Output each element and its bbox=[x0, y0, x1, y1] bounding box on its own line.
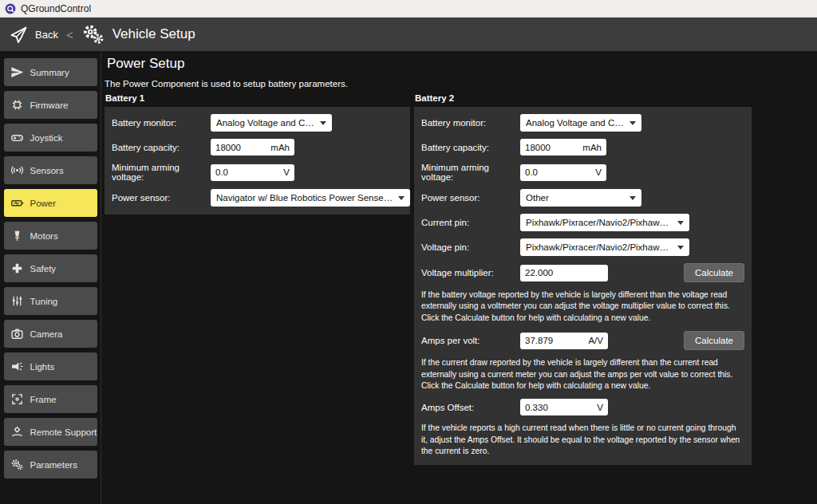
battery-monitor-label: Battery monitor: bbox=[112, 118, 211, 128]
min-arming-voltage-label: Minimum arming voltage: bbox=[112, 163, 211, 182]
amps-per-volt-calculate-button[interactable]: Calculate bbox=[684, 331, 744, 350]
voltage-multiplier-field bbox=[520, 265, 608, 282]
amps-per-volt-label: Amps per volt: bbox=[421, 336, 520, 345]
sidebar-item-label: Lights bbox=[30, 362, 55, 372]
voltage-pin-label: Voltage pin: bbox=[421, 242, 520, 252]
battery2-min-arming-row: Minimum arming voltage: V bbox=[421, 163, 744, 182]
frame-icon bbox=[10, 392, 24, 406]
battery1-min-arming-input[interactable] bbox=[215, 167, 283, 177]
sidebar-item-label: Sensors bbox=[30, 166, 64, 175]
battery-icon bbox=[10, 196, 24, 210]
sidebar-item-power[interactable]: Power bbox=[4, 189, 97, 217]
amps-offset-input[interactable] bbox=[525, 403, 597, 412]
battery1-monitor-dropdown[interactable]: Analog Voltage and Current bbox=[211, 114, 332, 132]
battery2-capacity-field: mAh bbox=[520, 139, 606, 156]
battery2-current-pin-dropdown[interactable]: Pixhawk/Pixracer/Navio2/Pixhawk2_PM1 bbox=[520, 214, 689, 231]
battery2-capacity-row: Battery capacity: mAh bbox=[421, 139, 744, 156]
battery1-min-arming-field: V bbox=[211, 164, 294, 181]
paper-plane-icon bbox=[8, 24, 30, 45]
battery1-panel: Battery monitor: Analog Voltage and Curr… bbox=[105, 107, 410, 215]
toolbar: Back < Vehicle Setup bbox=[0, 18, 817, 51]
breadcrumb-separator: < bbox=[66, 28, 73, 41]
battery2-power-sensor-dropdown[interactable]: Other bbox=[520, 189, 641, 207]
back-button[interactable]: Back bbox=[35, 29, 58, 41]
sidebar-item-label: Parameters bbox=[30, 460, 77, 470]
power-sensor-value: Navigator w/ Blue Robotics Power Sense M… bbox=[216, 193, 393, 203]
sidebar-item-label: Remote Support bbox=[30, 427, 97, 437]
sliders-icon bbox=[10, 294, 24, 308]
signal-icon bbox=[10, 163, 24, 177]
chevron-down-icon bbox=[320, 121, 326, 125]
paper-plane-icon bbox=[10, 65, 24, 79]
sidebar-item-summary[interactable]: Summary bbox=[4, 58, 97, 86]
sidebar-item-camera[interactable]: Camera bbox=[4, 320, 97, 348]
battery1-power-sensor-dropdown[interactable]: Navigator w/ Blue Robotics Power Sense M… bbox=[211, 189, 410, 207]
vehicle-setup-gears-icon bbox=[81, 22, 105, 46]
battery-monitor-value: Analog Voltage and Current bbox=[526, 118, 625, 128]
sidebar-item-label: Tuning bbox=[30, 297, 58, 306]
sidebar-item-parameters[interactable]: Parameters bbox=[4, 451, 97, 478]
sidebar-item-label: Camera bbox=[30, 329, 63, 339]
min-arming-voltage-unit: V bbox=[283, 167, 290, 177]
battery-capacity-label: Battery capacity: bbox=[112, 143, 211, 152]
min-arming-voltage-unit: V bbox=[595, 167, 602, 177]
battery2-panel: Battery monitor: Analog Voltage and Curr… bbox=[414, 107, 752, 465]
battery1-min-arming-row: Minimum arming voltage: V bbox=[112, 163, 403, 182]
gears-icon bbox=[10, 458, 24, 471]
battery2-capacity-input[interactable] bbox=[525, 143, 582, 152]
medical-cross-icon bbox=[10, 262, 24, 275]
chevron-down-icon bbox=[398, 196, 405, 200]
power-sensor-value: Other bbox=[526, 193, 549, 203]
battery2-voltage-pin-dropdown[interactable]: Pixhawk/Pixracer/Navio2/Pixhawk2_PM1 bbox=[520, 238, 689, 256]
page-title: Power Setup bbox=[107, 56, 184, 72]
sidebar-item-label: Safety bbox=[30, 264, 57, 274]
sidebar-item-tuning[interactable]: Tuning bbox=[4, 287, 97, 315]
voltage-multiplier-help-text: If the battery voltage reported by the v… bbox=[421, 289, 744, 324]
voltage-multiplier-input[interactable] bbox=[525, 268, 603, 278]
sidebar-item-joystick[interactable]: Joystick bbox=[4, 124, 97, 152]
page-subtitle: The Power Component is used to setup bat… bbox=[105, 79, 348, 89]
sidebar-item-firmware[interactable]: Firmware bbox=[4, 91, 97, 119]
battery2-monitor-dropdown[interactable]: Analog Voltage and Current bbox=[520, 114, 641, 132]
chevron-down-icon bbox=[677, 221, 684, 225]
battery2-min-arming-input[interactable] bbox=[525, 167, 595, 177]
app-title: QGroundControl bbox=[21, 3, 91, 14]
sidebar-item-frame[interactable]: Frame bbox=[4, 385, 97, 413]
battery2-voltage-pin-row: Voltage pin: Pixhawk/Pixracer/Navio2/Pix… bbox=[421, 238, 744, 256]
voltage-multiplier-calculate-button[interactable]: Calculate bbox=[684, 263, 744, 282]
battery2-heading: Battery 2 bbox=[415, 93, 752, 103]
sidebar-item-safety[interactable]: Safety bbox=[4, 254, 97, 282]
voltage-multiplier-label: Voltage multiplier: bbox=[421, 268, 520, 278]
battery1-capacity-input[interactable] bbox=[215, 143, 270, 152]
sidebar-item-label: Power bbox=[30, 199, 57, 208]
battery2-monitor-row: Battery monitor: Analog Voltage and Curr… bbox=[421, 114, 744, 132]
flashlight-icon bbox=[10, 360, 24, 373]
chevron-down-icon bbox=[630, 196, 636, 200]
chevron-down-icon bbox=[630, 121, 636, 125]
power-sensor-label: Power sensor: bbox=[421, 193, 520, 203]
battery2-min-arming-field: V bbox=[520, 164, 606, 181]
amps-offset-field: V bbox=[520, 399, 608, 415]
battery2-voltage-multiplier-row: Voltage multiplier: Calculate bbox=[421, 263, 744, 282]
battery2-section: Battery 2 Battery monitor: Analog Voltag… bbox=[414, 93, 752, 465]
sidebar-item-sensors[interactable]: Sensors bbox=[4, 156, 97, 184]
battery2-current-pin-row: Current pin: Pixhawk/Pixracer/Navio2/Pix… bbox=[421, 214, 744, 231]
sidebar-item-motors[interactable]: Motors bbox=[4, 222, 97, 250]
battery-monitor-value: Analog Voltage and Current bbox=[216, 118, 315, 128]
battery1-capacity-row: Battery capacity: mAh bbox=[112, 139, 403, 156]
sidebar-item-lights[interactable]: Lights bbox=[4, 352, 97, 380]
sidebar-item-remote-support[interactable]: Remote Support bbox=[4, 418, 97, 446]
battery2-power-sensor-row: Power sensor: Other bbox=[421, 189, 744, 207]
window-titlebar: QGroundControl bbox=[0, 0, 817, 18]
battery1-section: Battery 1 Battery monitor: Analog Voltag… bbox=[105, 93, 410, 215]
sidebar-item-label: Summary bbox=[30, 68, 69, 77]
battery2-amps-per-volt-row: Amps per volt: A/V Calculate bbox=[421, 331, 744, 350]
battery1-monitor-row: Battery monitor: Analog Voltage and Curr… bbox=[112, 114, 403, 132]
current-pin-value: Pixhawk/Pixracer/Navio2/Pixhawk2_PM1 bbox=[526, 218, 673, 227]
sidebar-item-label: Motors bbox=[30, 231, 58, 241]
sidebar-item-label: Joystick bbox=[30, 133, 63, 143]
battery-capacity-unit: mAh bbox=[582, 143, 602, 152]
amps-per-volt-input[interactable] bbox=[525, 336, 588, 345]
amps-offset-unit: V bbox=[597, 403, 603, 412]
sidebar-item-label: Firmware bbox=[30, 100, 69, 110]
